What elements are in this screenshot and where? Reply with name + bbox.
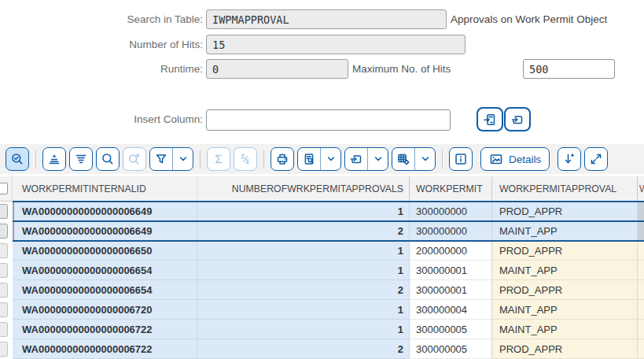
layout-settings-segment[interactable] (392, 148, 414, 170)
total-button (207, 147, 230, 171)
set-filter-button[interactable] (149, 147, 193, 171)
cell-workpermitapproval: MAINT_APP (491, 300, 637, 320)
cell-next-partial (637, 261, 644, 280)
maximum-no-of-hits-label: Maximum No. of Hits (352, 63, 451, 75)
export-icon (349, 152, 363, 166)
maximum-no-of-hits-field[interactable] (523, 59, 615, 79)
filter-icon (154, 152, 168, 166)
toolbar-separator (35, 150, 36, 168)
cell-numberofwrkpermitapprovals: 1 (197, 300, 409, 320)
filter-segment[interactable] (150, 148, 172, 170)
column-header-workpermitapproval[interactable]: WORKPERMITAPPROVAL (491, 176, 637, 201)
sort-descending-button[interactable] (69, 147, 93, 171)
row-selector[interactable] (0, 322, 8, 337)
cell-workpermitapproval: PROD_APPR (491, 339, 637, 359)
image-icon (489, 152, 503, 166)
sort-ascending-icon (47, 152, 61, 166)
layout-settings-button[interactable] (392, 147, 436, 171)
views-button[interactable] (297, 147, 341, 171)
details-button-label: Details (509, 154, 541, 165)
chevron-down-icon (419, 153, 432, 165)
table-row[interactable]: WA00000000000000006720 1 300000004 MAINT… (0, 300, 644, 320)
cell-workpermit: 300000001 (409, 280, 491, 300)
row-selector[interactable] (0, 224, 8, 239)
row-selector[interactable] (0, 243, 8, 258)
select-detail-button[interactable] (6, 147, 29, 171)
row-selector-cell[interactable] (0, 320, 13, 339)
print-button[interactable] (270, 147, 294, 171)
insert-column-label: Insert Column: (0, 113, 203, 125)
export-button[interactable] (344, 147, 388, 171)
table-row[interactable]: WA00000000000000006649 1 300000000 PROD_… (0, 202, 644, 221)
cell-workpermit: 200000000 (409, 241, 491, 261)
cell-workpermitinternalid: WA00000000000000006650 (13, 241, 197, 261)
selection-border-middle (13, 220, 644, 222)
table-row[interactable]: WA00000000000000006650 1 200000000 PROD_… (0, 241, 644, 261)
sort-ascending-button[interactable] (42, 147, 66, 171)
insert-column-from-file-button[interactable] (477, 107, 503, 131)
row-selector-cell[interactable] (0, 241, 13, 261)
layout-settings-menu-segment[interactable] (414, 148, 435, 170)
copy-column-icon (510, 113, 524, 127)
runtime-field (206, 59, 348, 79)
table-row[interactable]: WA00000000000000006722 2 300000005 PROD_… (0, 339, 644, 359)
find-button[interactable] (96, 147, 120, 171)
row-selector-cell[interactable] (0, 339, 13, 359)
column-header-next-partial: W (637, 176, 644, 201)
cell-next-partial (637, 241, 644, 261)
export-segment[interactable] (345, 148, 367, 170)
export-menu-segment[interactable] (367, 148, 388, 170)
table-row[interactable]: WA00000000000000006649 2 300000000 MAINT… (0, 221, 644, 241)
row-selector-cell[interactable] (0, 300, 13, 320)
subtotal-icon (238, 152, 252, 166)
views-segment[interactable] (298, 148, 320, 170)
cell-next-partial (637, 339, 644, 359)
row-selector[interactable] (0, 204, 8, 219)
row-selector[interactable] (0, 283, 8, 298)
full-screen-button[interactable] (584, 147, 608, 171)
table-row[interactable]: WA00000000000000006722 1 300000005 MAINT… (0, 320, 644, 339)
search-in-table-field (206, 9, 447, 29)
select-all-checkbox[interactable] (0, 183, 8, 194)
row-selector-cell[interactable] (0, 221, 13, 241)
cell-next-partial (637, 300, 644, 320)
copy-column-button[interactable] (504, 107, 531, 131)
column-header-numberofwrkpermitapprovals[interactable]: NUMBEROFWRKPERMITAPPROVALS (197, 176, 409, 201)
column-header-workpermitinternalid[interactable]: WORKPERMITINTERNALID (13, 176, 197, 201)
data-browser-screen: Search in Table: Approvals on Work Permi… (0, 0, 644, 359)
column-header-workpermit[interactable]: WORKPERMIT (409, 176, 491, 201)
cell-workpermitinternalid: WA00000000000000006722 (13, 339, 197, 359)
cell-workpermit: 300000005 (409, 320, 491, 339)
runtime-label: Runtime: (0, 63, 203, 75)
table-row[interactable]: WA00000000000000006654 2 300000001 PROD_… (0, 280, 644, 300)
details-button[interactable]: Details (480, 147, 550, 171)
filter-menu-segment[interactable] (172, 148, 193, 170)
cell-numberofwrkpermitapprovals: 2 (197, 280, 409, 300)
cell-workpermitapproval: MAINT_APP (491, 221, 637, 241)
info-button[interactable] (449, 147, 473, 171)
cell-workpermitinternalid: WA00000000000000006649 (13, 221, 197, 241)
insert-in-list-button[interactable] (558, 147, 581, 171)
find-icon (101, 152, 115, 166)
row-selector-cell[interactable] (0, 261, 13, 280)
cell-workpermitapproval: PROD_APPR (491, 202, 637, 221)
row-selector-cell[interactable] (0, 202, 13, 221)
sum-icon (212, 152, 226, 166)
row-selector[interactable] (0, 302, 8, 317)
cell-workpermit: 300000001 (409, 261, 491, 280)
number-of-hits-field (206, 35, 466, 54)
table-row[interactable]: WA00000000000000006654 1 300000001 MAINT… (0, 261, 644, 280)
insert-column-field[interactable] (206, 109, 451, 131)
chevron-down-icon (177, 153, 190, 165)
chevron-down-icon (372, 153, 385, 165)
cell-next-partial (637, 221, 644, 241)
row-selector[interactable] (0, 342, 8, 357)
selection-border-bottom (13, 240, 644, 242)
insert-column-from-file-icon (483, 113, 497, 127)
views-menu-segment[interactable] (320, 148, 340, 170)
cell-workpermit: 300000000 (409, 221, 491, 241)
row-selector-cell[interactable] (0, 280, 13, 300)
selection-border-top (13, 201, 644, 202)
row-selector[interactable] (0, 263, 8, 278)
cell-workpermit: 300000004 (409, 300, 491, 320)
